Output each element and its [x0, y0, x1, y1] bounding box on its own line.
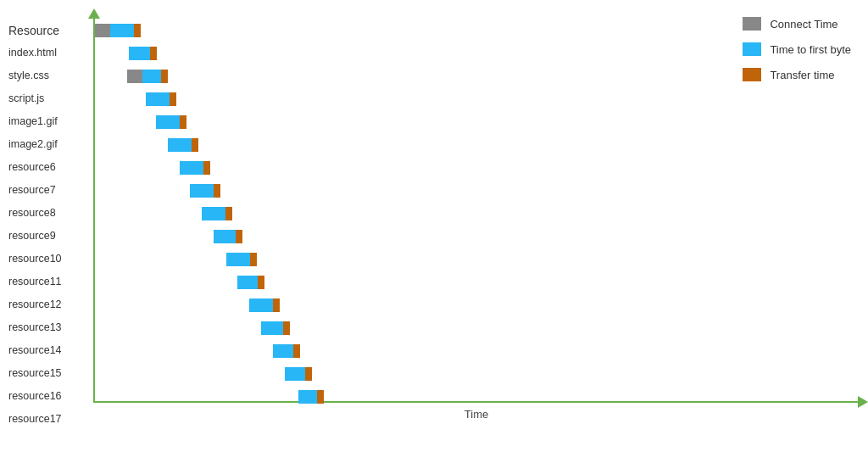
x-axis-arrow [858, 396, 868, 408]
ttfb-segment-15 [285, 367, 305, 381]
ttfb-segment-6 [180, 161, 203, 175]
y-label-10: resource11 [8, 270, 93, 293]
bar-row-3 [146, 87, 176, 110]
y-label-14: resource15 [8, 361, 93, 384]
transfer-segment-5 [192, 138, 198, 152]
y-label-0: index.html [8, 41, 93, 64]
y-label-5: resource6 [8, 155, 93, 178]
y-label-12: resource13 [8, 315, 93, 338]
bar-row-16 [298, 385, 324, 408]
legend: Connect Time Time to first byte Transfer… [743, 17, 851, 81]
bar-row-0 [95, 19, 141, 42]
ttfb-segment-4 [156, 115, 180, 129]
ttfb-segment-2 [142, 70, 161, 83]
transfer-segment-1 [150, 47, 157, 60]
ttfb-segment-13 [261, 321, 283, 335]
bar-row-7 [190, 179, 220, 202]
y-label-8: resource9 [8, 224, 93, 247]
transfer-segment-9 [236, 230, 242, 243]
bar-row-15 [285, 362, 312, 385]
y-label-16: resource17 [8, 407, 93, 430]
ttfb-segment-3 [146, 92, 170, 106]
x-axis-label: Time [93, 408, 860, 421]
transfer-segment-14 [293, 344, 300, 358]
transfer-segment-4 [180, 115, 186, 129]
bar-row-8 [202, 202, 232, 225]
ttfb-segment-0 [110, 24, 134, 37]
ttfb-segment-10 [226, 253, 250, 266]
transfer-segment-15 [305, 367, 312, 381]
transfer-segment-0 [134, 24, 141, 37]
bar-row-5 [168, 133, 198, 156]
y-label-6: resource7 [8, 178, 93, 201]
chart-title: Resource [8, 24, 93, 37]
ttfb-segment-5 [168, 138, 192, 152]
ttfb-segment-8 [202, 207, 225, 220]
bar-row-12 [249, 293, 280, 316]
bar-row-2 [127, 64, 168, 87]
ttfb-segment-1 [129, 47, 150, 60]
y-label-15: resource16 [8, 384, 93, 407]
transfer-segment-6 [203, 161, 210, 175]
bar-row-6 [180, 156, 210, 179]
bar-row-14 [273, 339, 300, 362]
ttfb-segment-16 [298, 390, 317, 404]
transfer-segment-11 [258, 276, 264, 289]
transfer-segment-2 [161, 70, 168, 83]
y-label-2: script.js [8, 86, 93, 109]
transfer-segment-8 [225, 207, 232, 220]
ttfb-segment-14 [273, 344, 293, 358]
chart-container: Resource index.htmlstyle.cssscript.jsima… [0, 0, 868, 463]
legend-color-ttfb [743, 42, 761, 56]
bar-row-10 [226, 248, 257, 271]
y-axis-arrow [88, 8, 100, 19]
y-label-1: style.css [8, 64, 93, 86]
bar-row-1 [129, 42, 157, 64]
legend-item-transfer: Transfer time [743, 68, 851, 81]
legend-color-transfer [743, 68, 761, 81]
connect-segment-2 [127, 70, 142, 83]
y-label-9: resource10 [8, 247, 93, 270]
legend-item-connect: Connect Time [743, 17, 851, 31]
legend-label-transfer: Transfer time [770, 69, 834, 81]
bar-row-11 [237, 271, 264, 293]
transfer-segment-3 [170, 92, 176, 106]
ttfb-segment-11 [237, 276, 258, 289]
legend-color-connect [743, 17, 761, 31]
connect-segment-0 [95, 24, 110, 37]
legend-item-ttfb: Time to first byte [743, 42, 851, 56]
transfer-segment-10 [250, 253, 257, 266]
y-label-13: resource14 [8, 338, 93, 361]
ttfb-segment-12 [249, 298, 273, 312]
legend-label-ttfb: Time to first byte [770, 43, 851, 56]
transfer-segment-16 [317, 390, 324, 404]
transfer-segment-12 [273, 298, 280, 312]
ttfb-segment-7 [190, 184, 214, 198]
y-label-7: resource8 [8, 201, 93, 224]
y-label-4: image2.gif [8, 132, 93, 155]
y-axis: Resource index.htmlstyle.cssscript.jsima… [8, 17, 93, 421]
bar-row-13 [261, 316, 290, 339]
transfer-segment-7 [214, 184, 220, 198]
transfer-segment-13 [283, 321, 290, 335]
y-label-11: resource12 [8, 293, 93, 315]
bar-row-4 [156, 110, 186, 133]
y-label-3: image1.gif [8, 109, 93, 132]
ttfb-segment-9 [214, 230, 236, 243]
legend-label-connect: Connect Time [770, 18, 837, 31]
bar-row-9 [214, 225, 242, 248]
